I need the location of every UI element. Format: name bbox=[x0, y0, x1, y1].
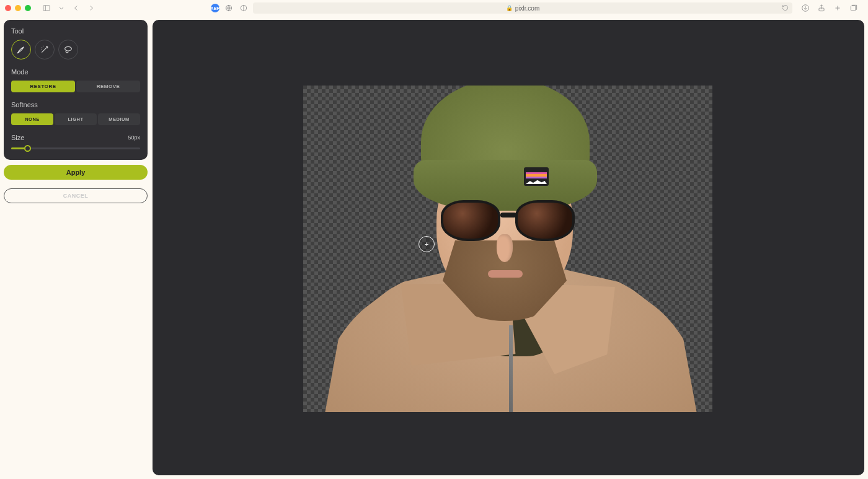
softness-section-label: Softness bbox=[11, 101, 140, 108]
mode-restore-button[interactable]: RESTORE bbox=[11, 81, 75, 92]
app-body: Tool Mode RESTORE REMOVE Softness NONE bbox=[0, 16, 868, 479]
size-slider-thumb[interactable] bbox=[24, 145, 31, 152]
nav-back-button[interactable] bbox=[71, 3, 82, 13]
cancel-button[interactable]: CANCEL bbox=[4, 188, 148, 203]
new-tab-icon[interactable] bbox=[832, 3, 843, 13]
canvas-area: + bbox=[153, 20, 864, 475]
mode-section-label: Mode bbox=[11, 68, 140, 76]
size-slider[interactable] bbox=[11, 144, 140, 152]
svg-rect-0 bbox=[43, 6, 50, 11]
tool-magic-button[interactable] bbox=[35, 40, 55, 59]
refresh-icon[interactable] bbox=[782, 4, 789, 12]
image-canvas[interactable] bbox=[303, 86, 712, 412]
svg-point-10 bbox=[65, 46, 72, 51]
tool-panel: Tool Mode RESTORE REMOVE Softness NONE bbox=[4, 20, 148, 160]
reader-icon[interactable] bbox=[238, 3, 249, 13]
window-minimize-button[interactable] bbox=[15, 5, 21, 11]
tool-section-label: Tool bbox=[11, 27, 140, 35]
address-bar[interactable]: 🔒 pixlr.com bbox=[253, 2, 792, 14]
foreground-subject bbox=[303, 86, 712, 412]
softness-light-button[interactable]: LIGHT bbox=[55, 113, 97, 125]
browser-toolbar: ABP 🔒 pixlr.com bbox=[0, 0, 868, 16]
window-traffic-lights bbox=[5, 5, 31, 11]
size-section-label: Size bbox=[11, 134, 24, 141]
sidebar-toggle-icon[interactable] bbox=[41, 3, 52, 13]
size-value: 50px bbox=[128, 134, 140, 141]
hat-patch-logo bbox=[524, 167, 549, 186]
chevron-down-icon[interactable] bbox=[56, 3, 67, 13]
tool-lasso-button[interactable] bbox=[58, 40, 78, 59]
tool-brush-button[interactable] bbox=[11, 40, 31, 59]
sunglasses bbox=[441, 200, 575, 245]
nav-forward-button[interactable] bbox=[86, 3, 97, 13]
window-close-button[interactable] bbox=[5, 5, 11, 11]
window-zoom-button[interactable] bbox=[25, 5, 31, 11]
extension-badge-icon[interactable]: ABP bbox=[211, 4, 219, 12]
sidebar: Tool Mode RESTORE REMOVE Softness NONE bbox=[4, 20, 148, 475]
softness-none-button[interactable]: NONE bbox=[11, 113, 53, 125]
share-icon[interactable] bbox=[816, 3, 827, 13]
softness-medium-button[interactable]: MEDIUM bbox=[98, 113, 140, 125]
lock-icon: 🔒 bbox=[506, 5, 513, 11]
tabs-overview-icon[interactable] bbox=[848, 3, 859, 13]
url-host: pixlr.com bbox=[515, 5, 539, 12]
mode-remove-button[interactable]: REMOVE bbox=[76, 81, 140, 92]
download-icon[interactable] bbox=[800, 3, 811, 13]
apply-button[interactable]: Apply bbox=[4, 165, 148, 180]
svg-rect-9 bbox=[851, 6, 856, 11]
translate-icon[interactable] bbox=[223, 3, 234, 13]
